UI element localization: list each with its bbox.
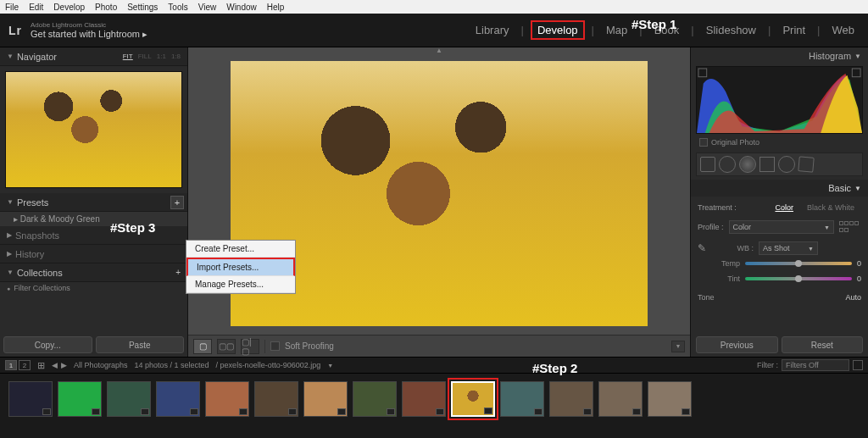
temp-label: Temp — [698, 259, 740, 268]
menu-manage-presets[interactable]: Manage Presets... — [186, 276, 295, 293]
redeye-tool[interactable] — [739, 156, 756, 173]
temp-slider[interactable] — [745, 262, 852, 265]
soft-proofing-label: Soft Proofing — [285, 341, 334, 351]
filter-lock-icon[interactable] — [853, 360, 863, 370]
preset-item[interactable]: ▸ Dark & Moody Green — [0, 212, 187, 226]
history-header[interactable]: ▶ History — [0, 245, 187, 263]
filter-collections-input[interactable]: ●Filter Collections — [0, 282, 187, 294]
zoom-fit[interactable]: FIT — [123, 53, 133, 60]
filmstrip-thumb[interactable] — [402, 381, 446, 417]
compare-button[interactable]: ▢|▢ — [241, 339, 259, 354]
before-after-button[interactable]: ▢▢ — [217, 339, 236, 354]
zoom-ratio[interactable]: 1:8 — [171, 53, 181, 60]
filmstrip-thumb[interactable] — [107, 381, 151, 417]
histogram-display[interactable] — [696, 66, 863, 134]
wb-select[interactable]: As Shot▼ — [759, 241, 818, 255]
filmstrip-thumb[interactable] — [156, 381, 200, 417]
menu-file[interactable]: File — [5, 3, 19, 12]
loupe-view-button[interactable]: ▢ — [193, 339, 212, 354]
add-collection-button[interactable]: + — [175, 268, 181, 277]
filmstrip-thumb[interactable] — [353, 381, 397, 417]
display-2[interactable]: 2 — [19, 360, 31, 370]
nav-next[interactable]: ▶ — [61, 361, 67, 369]
filmstrip-header: 1 2 ⊞ ◀ ▶ All Photographs 14 photos / 1 … — [0, 357, 868, 374]
treatment-bw[interactable]: Black & White — [800, 203, 861, 212]
radial-filter-tool[interactable] — [778, 156, 795, 173]
module-print[interactable]: Print — [777, 22, 810, 38]
filmstrip-thumb[interactable] — [451, 381, 495, 417]
panel-collapse-top[interactable]: ▲ — [188, 47, 690, 53]
navigator-header[interactable]: ▼ Navigator FIT FILL 1:1 1:8 — [0, 47, 187, 66]
filmstrip-thumb[interactable] — [500, 381, 544, 417]
tint-value[interactable]: 0 — [857, 274, 861, 283]
menu-help[interactable]: Help — [267, 3, 285, 12]
toolbar-bottom: ▢ ▢▢ ▢|▢ Soft Proofing ▼ — [188, 335, 690, 357]
filmstrip-thumb[interactable] — [254, 381, 298, 417]
toolbar-dropdown[interactable]: ▼ — [671, 341, 685, 352]
nav-prev[interactable]: ◀ — [52, 361, 58, 369]
histogram-header[interactable]: Histogram▼ — [691, 47, 868, 64]
module-map[interactable]: Map — [601, 22, 632, 38]
filmstrip-thumb[interactable] — [205, 381, 249, 417]
navigator-preview[interactable] — [5, 71, 182, 188]
history-title: History — [15, 249, 44, 259]
collections-header[interactable]: ▼ Collections + — [0, 263, 187, 282]
menu-window[interactable]: Window — [226, 3, 257, 12]
grid-icon[interactable]: ⊞ — [37, 360, 45, 371]
reset-button[interactable]: Reset — [782, 336, 864, 353]
app-title-block: Adobe Lightroom Classic Get started with… — [31, 21, 147, 40]
filmstrip-thumb[interactable] — [8, 381, 53, 417]
treatment-color[interactable]: Color — [768, 203, 800, 212]
menu-develop[interactable]: Develop — [53, 3, 85, 12]
filmstrip-thumb[interactable] — [598, 381, 643, 417]
secondary-display: 1 2 — [5, 360, 31, 370]
menu-create-preset[interactable]: Create Preset... — [186, 241, 295, 258]
module-library[interactable]: Library — [470, 22, 515, 38]
crop-tool[interactable] — [700, 157, 715, 172]
app-subtitle[interactable]: Get started with Lightroom ▸ — [31, 29, 147, 40]
tone-label: Tone — [698, 293, 715, 302]
module-develop[interactable]: Develop — [531, 20, 585, 40]
brush-tool[interactable] — [798, 156, 815, 173]
spot-removal-tool[interactable] — [719, 156, 736, 173]
auto-tone-button[interactable]: Auto — [845, 293, 861, 302]
module-slideshow[interactable]: Slideshow — [701, 22, 761, 38]
filmstrip-thumb[interactable] — [549, 381, 593, 417]
filmstrip-thumb[interactable] — [648, 381, 692, 417]
menu-tools[interactable]: Tools — [168, 3, 187, 12]
zoom-1to1[interactable]: 1:1 — [157, 53, 166, 60]
filmstrip[interactable] — [0, 374, 868, 424]
collapse-icon: ▼ — [7, 198, 14, 206]
menu-settings[interactable]: Settings — [127, 3, 158, 12]
previous-button[interactable]: Previous — [696, 336, 778, 353]
paste-button[interactable]: Paste — [96, 336, 185, 353]
filmstrip-thumb[interactable] — [303, 381, 348, 417]
graduated-filter-tool[interactable] — [760, 157, 775, 172]
menu-import-presets[interactable]: Import Presets... — [186, 258, 295, 276]
profile-browser-icon[interactable] — [839, 221, 861, 233]
basic-panel-header[interactable]: Basic▼ — [691, 180, 868, 197]
profile-select[interactable]: Color▼ — [729, 220, 834, 234]
svg-rect-1 — [852, 69, 860, 77]
menu-view[interactable]: View — [198, 3, 217, 12]
current-filename: / pexels-noelle-otto-906002.jpg — [216, 361, 321, 369]
module-web[interactable]: Web — [827, 22, 860, 38]
tint-slider[interactable] — [745, 277, 852, 280]
add-preset-button[interactable]: + — [170, 196, 184, 209]
eyedropper-icon[interactable]: ✎ — [698, 242, 706, 254]
filter-select[interactable]: Filters Off — [782, 359, 849, 371]
copy-button[interactable]: Copy... — [3, 336, 92, 353]
source-label[interactable]: All Photographs — [74, 361, 128, 369]
preset-context-menu: Create Preset... Import Presets... Manag… — [186, 240, 296, 294]
original-photo-toggle[interactable]: Original Photo — [691, 136, 868, 149]
snapshots-header[interactable]: ▶ Snapshots — [0, 226, 187, 245]
soft-proofing-checkbox[interactable] — [270, 341, 280, 351]
display-1[interactable]: 1 — [5, 360, 17, 370]
zoom-fill[interactable]: FILL — [138, 53, 152, 60]
treatment-label: Treatment : — [698, 203, 737, 212]
menu-edit[interactable]: Edit — [29, 3, 43, 12]
menu-photo[interactable]: Photo — [95, 3, 117, 12]
presets-header[interactable]: ▼ Presets + — [0, 193, 187, 212]
temp-value[interactable]: 0 — [857, 259, 861, 268]
filmstrip-thumb[interactable] — [58, 381, 102, 417]
